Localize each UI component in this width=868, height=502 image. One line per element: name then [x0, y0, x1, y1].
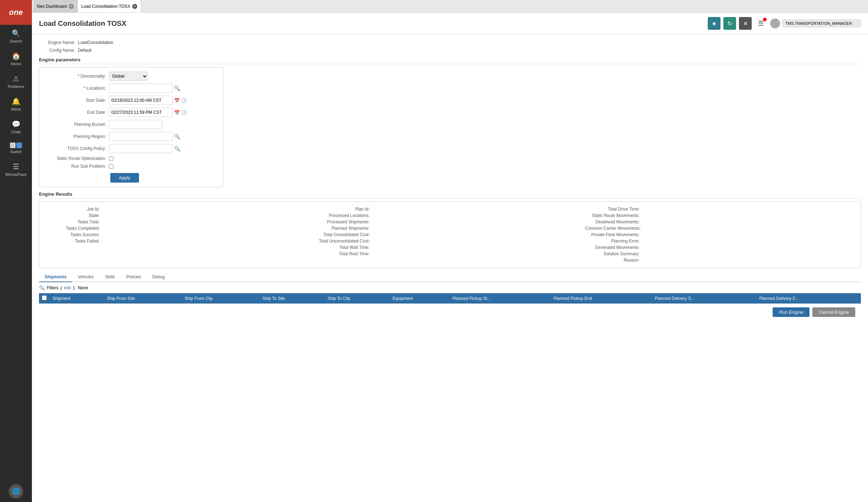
table-select-all-checkbox[interactable] — [42, 295, 47, 300]
start-date-calendar-icon[interactable]: 📅 — [174, 98, 180, 103]
static-route-row: Static Route Optimization: — [45, 156, 217, 161]
tab-policies[interactable]: Policies — [121, 272, 146, 282]
filter-label: Filters — [47, 285, 59, 290]
result-label: Reason: — [585, 258, 642, 263]
tab-debug[interactable]: Debug — [146, 272, 170, 282]
tosx-config-search-button[interactable]: 🔍 — [174, 146, 180, 151]
result-label: Common Carrier Movements: — [585, 226, 643, 231]
start-date-clock-icon[interactable]: 🕐 — [181, 98, 187, 103]
tab-shipments[interactable]: Shipments — [39, 272, 72, 282]
switch-box-1 — [10, 143, 16, 148]
end-date-group: 📅 🕐 — [109, 108, 187, 117]
engine-results-box: Job Id: State: Tasks Total: Tasks Comple… — [39, 201, 861, 268]
sidebar-item-label: Alerts — [11, 107, 21, 111]
header-actions: ★ ↻ ✕ ☰ TMS.TRANSPORTATION_MANAGER — [708, 17, 861, 30]
tab-close-neo[interactable]: ✕ — [69, 4, 74, 9]
tosx-config-label: TOSX Config Policy: — [45, 146, 109, 151]
end-date-label: End Date: — [45, 110, 109, 115]
result-label: Tasks Completed: — [45, 226, 102, 231]
result-label: Plan Id: — [315, 207, 372, 212]
col-ship-to-site: Ship To Site — [260, 293, 325, 303]
sidebar-item-switch[interactable]: Switch — [0, 138, 32, 158]
user-selector[interactable]: TMS.TRANSPORTATION_MANAGER — [782, 19, 861, 27]
config-name-value: Default — [78, 48, 91, 53]
sidebar-item-menus[interactable]: ☰ Menus/Favs — [0, 158, 32, 181]
start-date-group: 📅 🕐 — [109, 96, 187, 105]
result-label: Tasks Total: — [45, 219, 102, 224]
locations-label: * Locations: — [45, 86, 109, 91]
app-logo[interactable]: one — [0, 0, 32, 25]
menu-icon: ☰ — [13, 162, 19, 171]
end-date-calendar-icon[interactable]: 📅 — [174, 110, 180, 115]
planning-region-input[interactable] — [109, 132, 173, 141]
page-header: Load Consolidation TOSX ★ ↻ ✕ ☰ TMS.TRAN… — [32, 13, 868, 34]
sidebar-item-alerts[interactable]: 🔔 Alerts — [0, 93, 32, 116]
static-route-label: Static Route Optimization: — [45, 156, 109, 161]
tab-vehicles[interactable]: Vehicles — [72, 272, 99, 282]
config-name-label: Config Name: — [39, 48, 78, 53]
sidebar-bottom: 🌐 — [9, 481, 23, 502]
filter-edit-link[interactable]: edit — [64, 285, 71, 290]
result-label: Total Rest Time: — [315, 251, 372, 256]
end-date-input[interactable] — [109, 108, 173, 117]
run-sub-checkbox[interactable] — [109, 164, 113, 169]
sidebar-item-label: Search — [10, 39, 22, 43]
start-date-input[interactable] — [109, 96, 173, 105]
tab-load-consolidation[interactable]: Load Consolidation TOSX ✕ — [78, 0, 141, 12]
page-title: Load Consolidation TOSX — [39, 19, 126, 28]
sidebar-item-label: Switch — [10, 150, 22, 154]
planning-region-group: 🔍 — [109, 132, 180, 141]
sidebar-item-home[interactable]: 🏠 Home — [0, 48, 32, 70]
locations-search-button[interactable]: 🔍 — [174, 85, 180, 91]
run-sub-row: Run Sub Problem: — [45, 164, 217, 169]
refresh-button[interactable]: ↻ — [723, 17, 736, 30]
bottom-tabs: Shipments Vehicles Skills Policies Debug — [39, 272, 861, 282]
locations-input[interactable] — [109, 84, 173, 93]
end-date-row: End Date: 📅 🕐 — [45, 108, 217, 117]
close-button[interactable]: ✕ — [739, 17, 752, 30]
tab-neo-dashboard[interactable]: Neo Dashboard ✕ — [33, 0, 78, 12]
run-engine-button[interactable]: Run Engine — [773, 307, 809, 317]
col-ship-from-site: Ship From Site — [104, 293, 182, 303]
results-col2: Plan Id: Processed Locations: Processed … — [315, 206, 585, 263]
filter-icon: 🔍 — [39, 285, 45, 290]
planning-bucket-input[interactable] — [109, 120, 162, 129]
planning-region-search-button[interactable]: 🔍 — [174, 134, 180, 139]
sidebar: one 🔍 Search 🏠 Home ⚠ Problems 🔔 Alerts … — [0, 0, 32, 502]
directionality-select[interactable]: Global — [109, 72, 148, 81]
col-planned-delivery-start: Planned Delivery S... — [652, 293, 757, 303]
tab-skills[interactable]: Skills — [99, 272, 121, 282]
tab-close-load[interactable]: ✕ — [132, 4, 137, 9]
home-icon: 🏠 — [12, 52, 21, 60]
cancel-engine-button[interactable]: Cancel Engine — [812, 307, 855, 317]
end-date-clock-icon[interactable]: 🕐 — [181, 110, 187, 115]
warning-icon: ⚠ — [13, 74, 19, 83]
result-label: Total Consolidated Cost: — [315, 232, 372, 237]
menu-button[interactable]: ☰ — [755, 17, 767, 30]
notification-dot — [763, 18, 767, 21]
content-area: Engine Name: LoadConsolidation Config Na… — [32, 34, 868, 502]
engine-params-box: * Directionality: Global * Locations: 🔍 … — [39, 67, 223, 187]
globe-button[interactable]: 🌐 — [9, 484, 23, 498]
sidebar-item-label: Menus/Favs — [5, 172, 27, 177]
sidebar-item-chats[interactable]: 💬 Chats — [0, 116, 32, 138]
switch-icon — [10, 143, 22, 148]
directionality-row: * Directionality: Global — [45, 72, 217, 81]
tosx-config-input[interactable] — [109, 144, 173, 153]
results-col3: Total Drive Time: Static Route Movements… — [585, 206, 855, 263]
static-route-checkbox[interactable] — [109, 156, 113, 161]
filter-bar: 🔍 Filters (edit): None — [39, 285, 861, 290]
planning-bucket-row: Planning Bucket: — [45, 120, 217, 129]
tab-label: Load Consolidation TOSX — [81, 4, 130, 9]
sidebar-item-problems[interactable]: ⚠ Problems — [0, 70, 32, 93]
results-col1: Job Id: State: Tasks Total: Tasks Comple… — [45, 206, 315, 263]
start-date-row: Start Date: 📅 🕐 — [45, 96, 217, 105]
sidebar-item-search[interactable]: 🔍 Search — [0, 25, 32, 48]
filter-value: None — [78, 285, 88, 290]
star-button[interactable]: ★ — [708, 17, 720, 30]
result-label: Tasks Success: — [45, 232, 102, 237]
shipments-table: Shipment Ship From Site Ship From City S… — [39, 293, 861, 303]
apply-button[interactable]: Apply — [110, 173, 139, 183]
result-label: Job Id: — [45, 207, 102, 212]
col-ship-to-city: Ship To City — [325, 293, 390, 303]
